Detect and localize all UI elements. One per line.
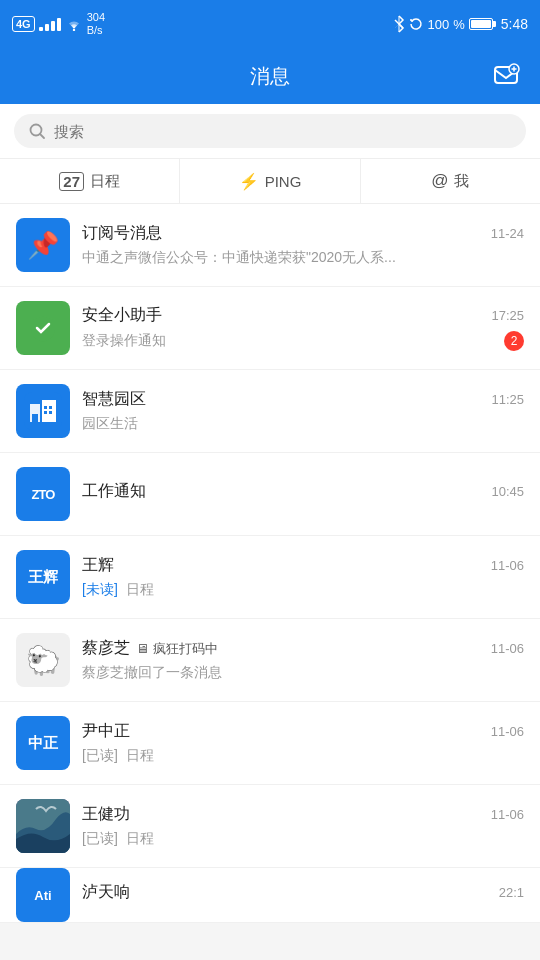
search-icon [28,122,46,140]
tab-ping[interactable]: ⚡ PING [180,159,360,203]
avatar [16,301,70,355]
contact-name: 王健功 [82,804,130,825]
page-title: 消息 [250,63,290,90]
msg-time: 11-06 [491,558,524,573]
list-item[interactable]: 王健功 11-06 [已读] 日程 [0,785,540,868]
msg-time: 11-06 [491,724,524,739]
bluetooth-icon [393,15,405,33]
typing-status: 🖥 疯狂打码中 [136,640,218,658]
calendar-icon: 27 [59,172,84,191]
list-item[interactable]: 🐑 蔡彦芝 🖥 疯狂打码中 11-06 蔡彦芝撤回了一条消息 [0,619,540,702]
read-tag: [已读] [82,747,118,763]
msg-content: 泸天响 22:1 [82,882,524,908]
signal-bars [39,18,61,31]
message-list: 📌 订阅号消息 11-24 中通之声微信公众号：中通快递荣获"2020无人系..… [0,204,540,923]
avatar: 中正 [16,716,70,770]
app-header: 消息 [0,48,540,104]
contact-name: 安全小助手 [82,305,162,326]
ping-icon: ⚡ [239,172,259,191]
msg-preview: 中通之声微信公众号：中通快递荣获"2020无人系... [82,249,524,267]
read-tag: [已读] [82,830,118,846]
msg-preview: [已读] 日程 [82,747,524,765]
svg-point-0 [72,29,74,31]
msg-time: 11:25 [491,392,524,407]
status-right: 100 % 5:48 [393,15,528,33]
avatar: ZTO [16,467,70,521]
search-input[interactable] [54,123,512,140]
tab-ping-label: PING [265,173,302,190]
msg-time: 11-06 [491,641,524,656]
contact-name: 泸天响 [82,882,130,903]
avatar [16,799,70,853]
contact-name: 订阅号消息 [82,223,162,244]
clock: 5:48 [501,16,528,32]
avatar [16,384,70,438]
battery-icon [469,18,493,30]
compose-button[interactable] [488,58,524,94]
tab-schedule[interactable]: 27 日程 [0,159,180,203]
network-type: 4G [12,16,35,32]
msg-content: 工作通知 10:45 [82,481,524,507]
battery-percent: 100 [427,17,449,32]
msg-content: 王辉 11-06 [未读] 日程 [82,555,524,599]
avatar: Ati [16,868,70,922]
msg-preview: 蔡彦芝撤回了一条消息 [82,664,524,682]
list-item[interactable]: 中正 尹中正 11-06 [已读] 日程 [0,702,540,785]
svg-line-8 [40,134,44,138]
svg-rect-14 [49,406,52,409]
msg-preview: [未读] 日程 [82,581,524,599]
refresh-icon [409,17,423,31]
contact-name: 工作通知 [82,481,146,502]
msg-time: 10:45 [491,484,524,499]
wifi-icon [65,17,83,31]
list-item[interactable]: 王辉 王辉 11-06 [未读] 日程 [0,536,540,619]
msg-preview: 登录操作通知 [82,332,166,350]
msg-time: 17:25 [491,308,524,323]
msg-preview: [已读] 日程 [82,830,524,848]
contact-name: 智慧园区 [82,389,146,410]
contact-name: 王辉 [82,555,114,576]
search-bar [0,104,540,159]
tabs-bar: 27 日程 ⚡ PING @ 我 [0,159,540,204]
msg-content: 安全小助手 17:25 登录操作通知 2 [82,305,524,351]
tab-schedule-label: 日程 [90,172,120,191]
svg-rect-15 [44,411,47,414]
search-input-wrap[interactable] [14,114,526,148]
list-item[interactable]: 安全小助手 17:25 登录操作通知 2 [0,287,540,370]
svg-rect-13 [44,406,47,409]
avatar: 📌 [16,218,70,272]
unread-tag: [未读] [82,581,118,597]
unread-badge: 2 [504,331,524,351]
list-item[interactable]: ZTO 工作通知 10:45 [0,453,540,536]
svg-rect-12 [32,414,38,422]
msg-content: 订阅号消息 11-24 中通之声微信公众号：中通快递荣获"2020无人系... [82,223,524,267]
list-item[interactable]: 📌 订阅号消息 11-24 中通之声微信公众号：中通快递荣获"2020无人系..… [0,204,540,287]
avatar: 王辉 [16,550,70,604]
contact-name: 蔡彦芝 [82,638,130,659]
contact-name: 尹中正 [82,721,130,742]
msg-preview: 园区生活 [82,415,524,433]
msg-content: 尹中正 11-06 [已读] 日程 [82,721,524,765]
msg-time: 11-24 [491,226,524,241]
status-bar: 4G 304 B/s 100 % [0,0,540,48]
list-item[interactable]: 智慧园区 11:25 园区生活 [0,370,540,453]
svg-rect-16 [49,411,52,414]
network-speed: 304 B/s [87,11,105,37]
tab-me[interactable]: @ 我 [361,159,540,203]
list-item[interactable]: Ati 泸天响 22:1 [0,868,540,923]
avatar: 🐑 [16,633,70,687]
msg-content: 蔡彦芝 🖥 疯狂打码中 11-06 蔡彦芝撤回了一条消息 [82,638,524,682]
msg-content: 王健功 11-06 [已读] 日程 [82,804,524,848]
msg-content: 智慧园区 11:25 园区生活 [82,389,524,433]
at-icon: @ [431,171,448,191]
tab-me-label: 我 [454,172,469,191]
msg-time: 22:1 [499,885,524,900]
status-left: 4G 304 B/s [12,11,105,37]
msg-time: 11-06 [491,807,524,822]
